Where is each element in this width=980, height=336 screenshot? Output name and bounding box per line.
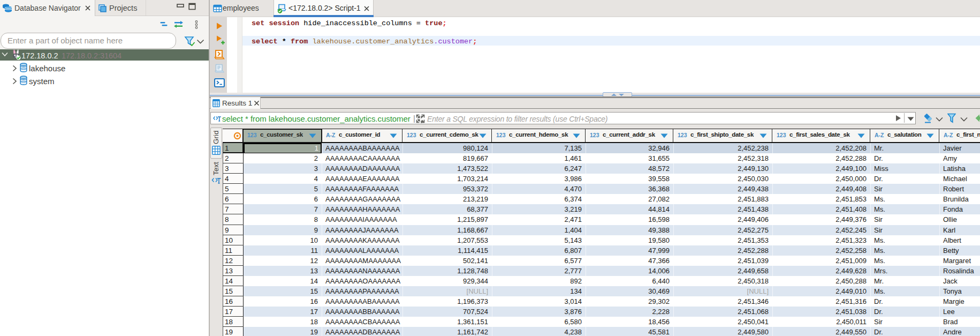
svg-text:Text: Text [212, 162, 220, 175]
svg-text:Grid: Grid [212, 130, 220, 144]
